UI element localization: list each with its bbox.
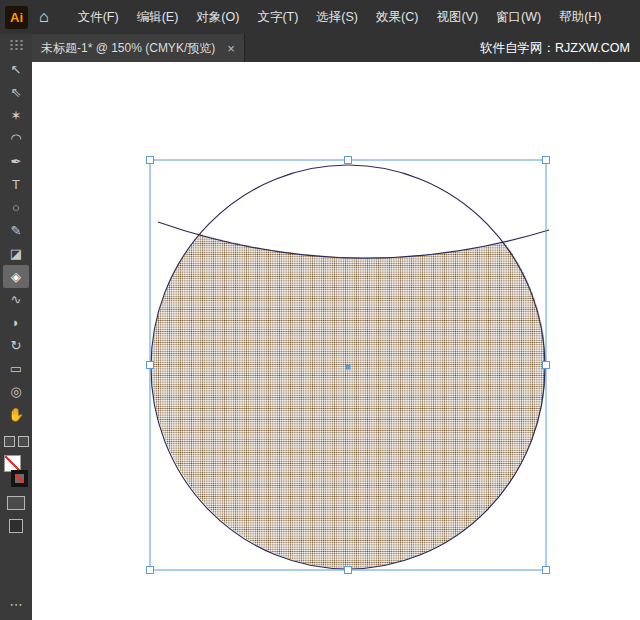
selection-tool-icon: ↖ <box>11 62 22 77</box>
selection-handle-top-center[interactable] <box>345 157 352 164</box>
selection-handle-mid-right[interactable] <box>543 362 550 369</box>
magic-wand-tool[interactable]: ✶ <box>3 104 29 127</box>
paintbrush-tool[interactable]: ✎ <box>3 219 29 242</box>
direct-selection-tool-icon: ⇖ <box>11 85 22 100</box>
selection-tool[interactable]: ↖ <box>3 58 29 81</box>
paintbrush-icon: ✎ <box>11 223 22 238</box>
illustrator-logo-icon: Ai <box>5 6 28 29</box>
eraser-icon: ◪ <box>10 246 22 261</box>
ellipse-icon: ○ <box>12 200 20 215</box>
artwork-svg[interactable] <box>32 62 640 620</box>
hand-tool[interactable]: ✋ <box>3 403 29 426</box>
toolbar-more-icon[interactable]: ⋯ <box>10 597 23 612</box>
menu-help[interactable]: 帮助(H) <box>550 0 610 34</box>
eyedropper-tool[interactable]: ◗ <box>3 311 29 334</box>
menu-list: 文件(F) 编辑(E) 对象(O) 文字(T) 选择(S) 效果(C) 视图(V… <box>69 0 611 34</box>
artboard-tool[interactable]: ▭ <box>3 357 29 380</box>
rotate-icon: ↻ <box>11 338 22 353</box>
document-tabbar: 未标题-1* @ 150% (CMYK/预览) × 软件自学网：RJZXW.CO… <box>32 34 640 62</box>
menu-file[interactable]: 文件(F) <box>69 0 128 34</box>
eyedropper-icon: ◗ <box>12 315 20 330</box>
pencil-tool[interactable]: ∿ <box>3 288 29 311</box>
selection-handle-top-right[interactable] <box>543 157 550 164</box>
stroke-swatch-none[interactable] <box>11 470 28 487</box>
rotate-tool[interactable]: ↻ <box>3 334 29 357</box>
tools-panel: ↖ ⇖ ✶ ◠ ✒ T ○ ✎ ◪ ◈ ∿ ◗ ↻ ▭ ◎ ✋ ⋯ <box>0 34 32 620</box>
pattern-filled-region[interactable] <box>152 234 546 568</box>
draw-behind-icon[interactable] <box>18 436 29 447</box>
watermark-text: 软件自学网：RJZXW.COM <box>480 40 640 57</box>
screen-mode-button[interactable] <box>9 519 23 533</box>
document-tab[interactable]: 未标题-1* @ 150% (CMYK/预览) × <box>32 34 245 62</box>
menu-view[interactable]: 视图(V) <box>427 0 487 34</box>
menu-object[interactable]: 对象(O) <box>187 0 248 34</box>
eraser-tool[interactable]: ◪ <box>3 242 29 265</box>
direct-selection-tool[interactable]: ⇖ <box>3 81 29 104</box>
lasso-icon: ◠ <box>10 131 21 146</box>
lasso-tool[interactable]: ◠ <box>3 127 29 150</box>
fill-stroke-indicator[interactable] <box>3 455 29 487</box>
selection-center-point[interactable] <box>346 365 351 370</box>
magic-wand-icon: ✶ <box>11 108 22 123</box>
menu-type[interactable]: 文字(T) <box>248 0 307 34</box>
zoom-icon: ◎ <box>10 384 21 399</box>
draw-normal-icon[interactable] <box>4 436 15 447</box>
draw-mode-group <box>4 436 29 447</box>
menubar: Ai ⌂ 文件(F) 编辑(E) 对象(O) 文字(T) 选择(S) 效果(C)… <box>0 0 640 34</box>
menu-edit[interactable]: 编辑(E) <box>128 0 188 34</box>
color-button[interactable] <box>7 496 25 510</box>
selection-handle-mid-left[interactable] <box>147 362 154 369</box>
hand-icon: ✋ <box>8 407 24 422</box>
selection-handle-bottom-right[interactable] <box>543 567 550 574</box>
live-paint-bucket-icon: ◈ <box>11 269 21 284</box>
type-tool[interactable]: T <box>3 173 29 196</box>
type-icon: T <box>12 177 20 192</box>
selection-handle-bottom-left[interactable] <box>147 567 154 574</box>
ellipse-tool[interactable]: ○ <box>3 196 29 219</box>
live-paint-bucket-tool[interactable]: ◈ <box>3 265 29 288</box>
pen-tool[interactable]: ✒ <box>3 150 29 173</box>
menu-effect[interactable]: 效果(C) <box>367 0 427 34</box>
menu-select[interactable]: 选择(S) <box>307 0 367 34</box>
artboard-canvas[interactable] <box>32 62 640 620</box>
home-icon[interactable]: ⌂ <box>39 0 49 34</box>
pen-icon: ✒ <box>11 154 22 169</box>
selection-handle-top-left[interactable] <box>147 157 154 164</box>
zoom-tool[interactable]: ◎ <box>3 380 29 403</box>
selection-handle-bottom-center[interactable] <box>345 567 352 574</box>
document-tab-title: 未标题-1* @ 150% (CMYK/预览) <box>41 40 215 57</box>
toolbar-grip[interactable] <box>9 39 23 51</box>
pencil-icon: ∿ <box>11 292 22 307</box>
artboard-icon: ▭ <box>10 361 22 376</box>
menu-window[interactable]: 窗口(W) <box>487 0 550 34</box>
tab-close-icon[interactable]: × <box>227 41 235 56</box>
